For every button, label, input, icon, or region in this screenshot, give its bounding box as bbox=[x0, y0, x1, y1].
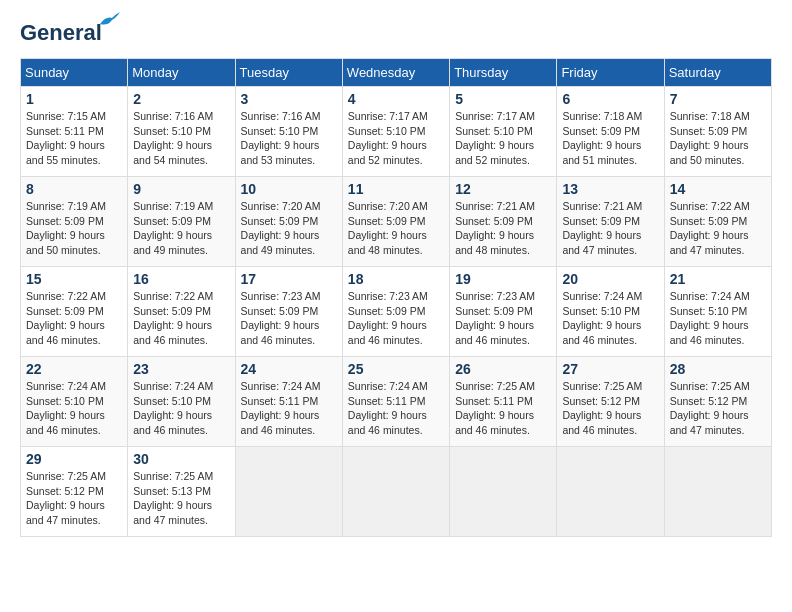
calendar-cell: 23Sunrise: 7:24 AMSunset: 5:10 PMDayligh… bbox=[128, 357, 235, 447]
day-number: 12 bbox=[455, 181, 551, 197]
weekday-header-tuesday: Tuesday bbox=[235, 59, 342, 87]
calendar-table: SundayMondayTuesdayWednesdayThursdayFrid… bbox=[20, 58, 772, 537]
day-number: 15 bbox=[26, 271, 122, 287]
weekday-header-monday: Monday bbox=[128, 59, 235, 87]
weekday-header-wednesday: Wednesday bbox=[342, 59, 449, 87]
day-number: 28 bbox=[670, 361, 766, 377]
calendar-cell: 24Sunrise: 7:24 AMSunset: 5:11 PMDayligh… bbox=[235, 357, 342, 447]
weekday-header-sunday: Sunday bbox=[21, 59, 128, 87]
calendar-cell bbox=[235, 447, 342, 537]
day-number: 7 bbox=[670, 91, 766, 107]
calendar-cell: 30Sunrise: 7:25 AMSunset: 5:13 PMDayligh… bbox=[128, 447, 235, 537]
calendar-cell: 17Sunrise: 7:23 AMSunset: 5:09 PMDayligh… bbox=[235, 267, 342, 357]
calendar-cell: 10Sunrise: 7:20 AMSunset: 5:09 PMDayligh… bbox=[235, 177, 342, 267]
calendar-cell: 2Sunrise: 7:16 AMSunset: 5:10 PMDaylight… bbox=[128, 87, 235, 177]
day-number: 1 bbox=[26, 91, 122, 107]
day-number: 4 bbox=[348, 91, 444, 107]
day-number: 17 bbox=[241, 271, 337, 287]
calendar-cell: 11Sunrise: 7:20 AMSunset: 5:09 PMDayligh… bbox=[342, 177, 449, 267]
day-info: Sunrise: 7:23 AMSunset: 5:09 PMDaylight:… bbox=[241, 289, 337, 348]
day-number: 5 bbox=[455, 91, 551, 107]
day-info: Sunrise: 7:23 AMSunset: 5:09 PMDaylight:… bbox=[348, 289, 444, 348]
calendar-cell: 9Sunrise: 7:19 AMSunset: 5:09 PMDaylight… bbox=[128, 177, 235, 267]
day-info: Sunrise: 7:22 AMSunset: 5:09 PMDaylight:… bbox=[26, 289, 122, 348]
calendar-cell: 12Sunrise: 7:21 AMSunset: 5:09 PMDayligh… bbox=[450, 177, 557, 267]
bird-icon bbox=[98, 12, 120, 28]
calendar-cell: 6Sunrise: 7:18 AMSunset: 5:09 PMDaylight… bbox=[557, 87, 664, 177]
calendar-week-row: 22Sunrise: 7:24 AMSunset: 5:10 PMDayligh… bbox=[21, 357, 772, 447]
calendar-cell bbox=[664, 447, 771, 537]
day-number: 29 bbox=[26, 451, 122, 467]
weekday-header-thursday: Thursday bbox=[450, 59, 557, 87]
day-info: Sunrise: 7:23 AMSunset: 5:09 PMDaylight:… bbox=[455, 289, 551, 348]
calendar-cell: 27Sunrise: 7:25 AMSunset: 5:12 PMDayligh… bbox=[557, 357, 664, 447]
calendar-cell bbox=[557, 447, 664, 537]
day-number: 19 bbox=[455, 271, 551, 287]
day-number: 2 bbox=[133, 91, 229, 107]
day-number: 13 bbox=[562, 181, 658, 197]
calendar-cell: 18Sunrise: 7:23 AMSunset: 5:09 PMDayligh… bbox=[342, 267, 449, 357]
weekday-header-row: SundayMondayTuesdayWednesdayThursdayFrid… bbox=[21, 59, 772, 87]
day-info: Sunrise: 7:16 AMSunset: 5:10 PMDaylight:… bbox=[241, 109, 337, 168]
day-number: 20 bbox=[562, 271, 658, 287]
day-info: Sunrise: 7:24 AMSunset: 5:10 PMDaylight:… bbox=[670, 289, 766, 348]
calendar-cell: 1Sunrise: 7:15 AMSunset: 5:11 PMDaylight… bbox=[21, 87, 128, 177]
day-info: Sunrise: 7:24 AMSunset: 5:10 PMDaylight:… bbox=[133, 379, 229, 438]
day-number: 3 bbox=[241, 91, 337, 107]
day-number: 18 bbox=[348, 271, 444, 287]
calendar-week-row: 15Sunrise: 7:22 AMSunset: 5:09 PMDayligh… bbox=[21, 267, 772, 357]
calendar-cell: 8Sunrise: 7:19 AMSunset: 5:09 PMDaylight… bbox=[21, 177, 128, 267]
day-info: Sunrise: 7:21 AMSunset: 5:09 PMDaylight:… bbox=[562, 199, 658, 258]
day-info: Sunrise: 7:17 AMSunset: 5:10 PMDaylight:… bbox=[348, 109, 444, 168]
weekday-header-friday: Friday bbox=[557, 59, 664, 87]
day-number: 11 bbox=[348, 181, 444, 197]
day-info: Sunrise: 7:25 AMSunset: 5:13 PMDaylight:… bbox=[133, 469, 229, 528]
day-info: Sunrise: 7:20 AMSunset: 5:09 PMDaylight:… bbox=[241, 199, 337, 258]
calendar-cell: 7Sunrise: 7:18 AMSunset: 5:09 PMDaylight… bbox=[664, 87, 771, 177]
calendar-cell: 13Sunrise: 7:21 AMSunset: 5:09 PMDayligh… bbox=[557, 177, 664, 267]
calendar-cell: 19Sunrise: 7:23 AMSunset: 5:09 PMDayligh… bbox=[450, 267, 557, 357]
calendar-body: 1Sunrise: 7:15 AMSunset: 5:11 PMDaylight… bbox=[21, 87, 772, 537]
day-number: 22 bbox=[26, 361, 122, 377]
calendar-cell: 26Sunrise: 7:25 AMSunset: 5:11 PMDayligh… bbox=[450, 357, 557, 447]
calendar-cell: 4Sunrise: 7:17 AMSunset: 5:10 PMDaylight… bbox=[342, 87, 449, 177]
day-number: 27 bbox=[562, 361, 658, 377]
day-info: Sunrise: 7:20 AMSunset: 5:09 PMDaylight:… bbox=[348, 199, 444, 258]
calendar-week-row: 29Sunrise: 7:25 AMSunset: 5:12 PMDayligh… bbox=[21, 447, 772, 537]
day-number: 8 bbox=[26, 181, 122, 197]
day-info: Sunrise: 7:24 AMSunset: 5:10 PMDaylight:… bbox=[562, 289, 658, 348]
day-number: 9 bbox=[133, 181, 229, 197]
calendar-cell bbox=[450, 447, 557, 537]
calendar-cell: 16Sunrise: 7:22 AMSunset: 5:09 PMDayligh… bbox=[128, 267, 235, 357]
calendar-cell: 14Sunrise: 7:22 AMSunset: 5:09 PMDayligh… bbox=[664, 177, 771, 267]
day-info: Sunrise: 7:24 AMSunset: 5:11 PMDaylight:… bbox=[241, 379, 337, 438]
day-number: 25 bbox=[348, 361, 444, 377]
calendar-cell: 21Sunrise: 7:24 AMSunset: 5:10 PMDayligh… bbox=[664, 267, 771, 357]
calendar-cell: 25Sunrise: 7:24 AMSunset: 5:11 PMDayligh… bbox=[342, 357, 449, 447]
calendar-cell: 29Sunrise: 7:25 AMSunset: 5:12 PMDayligh… bbox=[21, 447, 128, 537]
day-number: 24 bbox=[241, 361, 337, 377]
day-info: Sunrise: 7:19 AMSunset: 5:09 PMDaylight:… bbox=[26, 199, 122, 258]
day-info: Sunrise: 7:24 AMSunset: 5:10 PMDaylight:… bbox=[26, 379, 122, 438]
calendar-cell: 15Sunrise: 7:22 AMSunset: 5:09 PMDayligh… bbox=[21, 267, 128, 357]
day-info: Sunrise: 7:25 AMSunset: 5:11 PMDaylight:… bbox=[455, 379, 551, 438]
day-number: 10 bbox=[241, 181, 337, 197]
calendar-cell: 5Sunrise: 7:17 AMSunset: 5:10 PMDaylight… bbox=[450, 87, 557, 177]
calendar-cell: 3Sunrise: 7:16 AMSunset: 5:10 PMDaylight… bbox=[235, 87, 342, 177]
day-info: Sunrise: 7:25 AMSunset: 5:12 PMDaylight:… bbox=[562, 379, 658, 438]
day-info: Sunrise: 7:25 AMSunset: 5:12 PMDaylight:… bbox=[670, 379, 766, 438]
calendar-cell: 20Sunrise: 7:24 AMSunset: 5:10 PMDayligh… bbox=[557, 267, 664, 357]
day-number: 21 bbox=[670, 271, 766, 287]
calendar-week-row: 1Sunrise: 7:15 AMSunset: 5:11 PMDaylight… bbox=[21, 87, 772, 177]
day-number: 14 bbox=[670, 181, 766, 197]
calendar-cell bbox=[342, 447, 449, 537]
logo: General bbox=[20, 20, 102, 48]
calendar-cell: 28Sunrise: 7:25 AMSunset: 5:12 PMDayligh… bbox=[664, 357, 771, 447]
day-info: Sunrise: 7:21 AMSunset: 5:09 PMDaylight:… bbox=[455, 199, 551, 258]
day-number: 23 bbox=[133, 361, 229, 377]
day-info: Sunrise: 7:18 AMSunset: 5:09 PMDaylight:… bbox=[670, 109, 766, 168]
day-info: Sunrise: 7:24 AMSunset: 5:11 PMDaylight:… bbox=[348, 379, 444, 438]
day-info: Sunrise: 7:16 AMSunset: 5:10 PMDaylight:… bbox=[133, 109, 229, 168]
day-info: Sunrise: 7:22 AMSunset: 5:09 PMDaylight:… bbox=[133, 289, 229, 348]
day-number: 6 bbox=[562, 91, 658, 107]
